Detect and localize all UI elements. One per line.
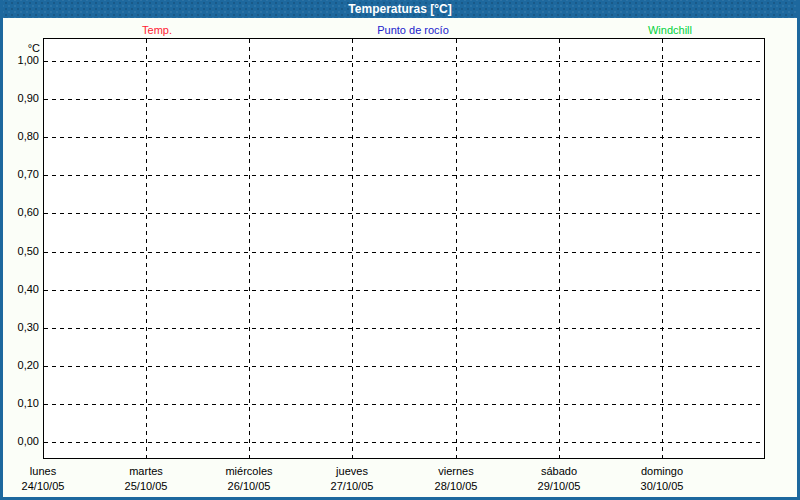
chart-title: Temperaturas [°C]: [348, 0, 451, 18]
x-day-label: lunes: [30, 465, 56, 478]
plot-area: [43, 38, 765, 459]
y-tick-label: 0,80: [3, 130, 39, 143]
v-gridline: [146, 39, 147, 462]
v-gridline: [249, 39, 250, 462]
h-gridline: [44, 290, 764, 291]
h-gridline: [44, 213, 764, 214]
x-date-label: 25/10/05: [125, 480, 168, 493]
x-day-label: miércoles: [225, 465, 272, 478]
y-tick-label: 0,20: [3, 359, 39, 372]
legend-item-windchill: Windchill: [648, 24, 692, 37]
x-day-label: domingo: [641, 465, 683, 478]
v-gridline: [456, 39, 457, 462]
y-tick-label: 0,00: [3, 435, 39, 448]
h-gridline: [44, 366, 764, 367]
chart-window: Temperaturas [°C] Temp.Punto de rocíoWin…: [0, 0, 800, 500]
y-tick-label: 1,00: [3, 54, 39, 67]
v-gridline: [662, 39, 663, 462]
y-tick-label: 0,50: [3, 245, 39, 258]
x-date-label: 29/10/05: [538, 480, 581, 493]
y-tick-label: 0,60: [3, 206, 39, 219]
x-date-label: 28/10/05: [435, 480, 478, 493]
y-tick-label: 0,10: [3, 397, 39, 410]
h-gridline: [44, 252, 764, 253]
h-gridline: [44, 137, 764, 138]
h-gridline: [44, 404, 764, 405]
h-gridline: [44, 175, 764, 176]
x-day-label: viernes: [438, 465, 473, 478]
x-day-label: sábado: [541, 465, 577, 478]
x-day-label: jueves: [336, 465, 368, 478]
x-date-label: 24/10/05: [22, 480, 65, 493]
h-gridline: [44, 61, 764, 62]
legend-item-temp: Temp.: [142, 24, 172, 37]
x-date-label: 26/10/05: [228, 480, 271, 493]
h-gridline: [44, 328, 764, 329]
y-tick-label: 0,90: [3, 92, 39, 105]
y-tick-label: 0,40: [3, 283, 39, 296]
x-date-label: 27/10/05: [331, 480, 374, 493]
title-bar: Temperaturas [°C]: [3, 0, 797, 18]
v-gridline: [352, 39, 353, 462]
y-tick-label: 0,30: [3, 321, 39, 334]
legend-item-punto-de-rocio: Punto de rocío: [377, 24, 449, 37]
x-date-label: 30/10/05: [641, 480, 684, 493]
v-gridline: [559, 39, 560, 462]
h-gridline: [44, 442, 764, 443]
x-day-label: martes: [129, 465, 163, 478]
y-tick-label: 0,70: [3, 168, 39, 181]
h-gridline: [44, 99, 764, 100]
y-axis-unit-label: °C: [3, 42, 40, 54]
